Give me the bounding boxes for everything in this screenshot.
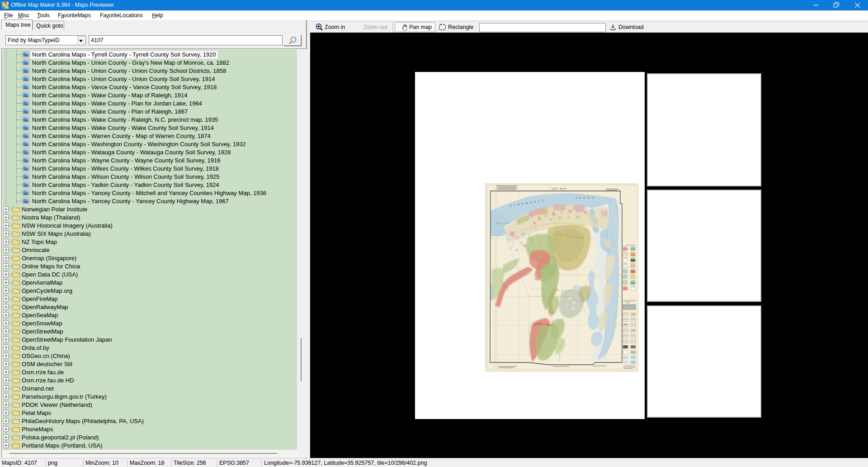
svg-text:LEGEND: LEGEND [626, 244, 635, 246]
svg-text:SOUND: SOUND [576, 196, 596, 199]
svg-text:BULL BAY: BULL BAY [496, 222, 510, 224]
svg-text:SIGNS: SIGNS [625, 302, 630, 304]
svg-text:SOIL MAP: SOIL MAP [552, 187, 566, 190]
svg-text:N E C K: N E C K [557, 289, 572, 291]
svg-text:G U M: G U M [533, 288, 544, 290]
